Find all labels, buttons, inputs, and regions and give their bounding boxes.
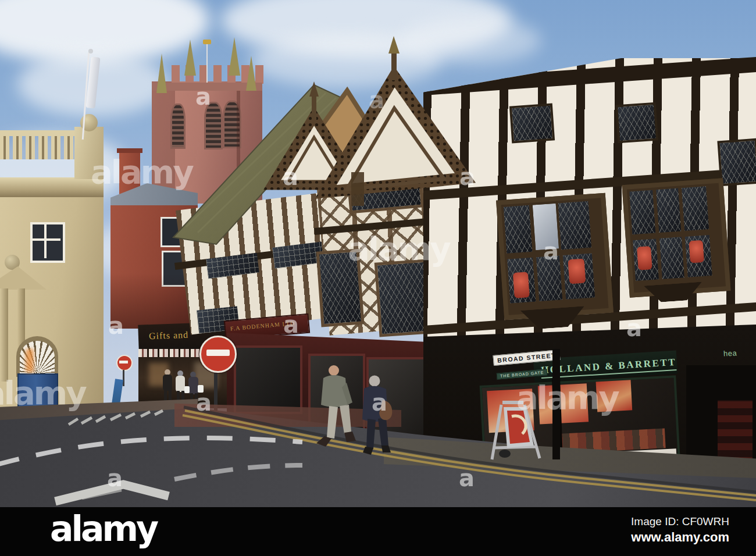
window-glazing-bar bbox=[30, 238, 60, 241]
bell-louvre-window bbox=[170, 104, 186, 149]
leaded-pane bbox=[536, 255, 562, 301]
bell-louvre-window bbox=[204, 102, 223, 149]
chimney-cap bbox=[117, 148, 142, 153]
bodenham-sign-text: F.A BODENHAM LTD bbox=[230, 320, 295, 332]
photograph: Gifts and bbox=[0, 0, 756, 507]
red-lamp bbox=[637, 246, 652, 270]
leaded-pane bbox=[682, 186, 709, 231]
red-lamp bbox=[689, 240, 704, 263]
alamy-logo: alamy bbox=[50, 508, 156, 549]
leaded-pane bbox=[558, 201, 591, 250]
gift-shop-sign: Gifts and bbox=[149, 330, 189, 341]
rear-gable bbox=[300, 91, 388, 156]
promo-poster bbox=[487, 389, 534, 433]
promo-poster bbox=[596, 380, 633, 412]
leaded-pane bbox=[504, 205, 532, 254]
display-window bbox=[366, 357, 427, 441]
alamy-a-watermark: a bbox=[283, 165, 298, 188]
alamy-a-watermark: a bbox=[369, 88, 384, 112]
cloud bbox=[401, 17, 541, 64]
fanlight bbox=[20, 341, 55, 373]
leaded-pane bbox=[659, 237, 684, 279]
oriel-bay-window bbox=[496, 193, 614, 320]
flagpole-finial bbox=[88, 49, 93, 54]
alamy-url-text: www.alamy.com bbox=[631, 530, 729, 545]
red-lamp bbox=[513, 272, 530, 298]
leaded-pane bbox=[656, 188, 681, 233]
red-lamp bbox=[568, 258, 586, 284]
alamy-stock-photo: Gifts and bbox=[0, 0, 756, 556]
display-window bbox=[234, 345, 302, 414]
no-entry-bar bbox=[206, 350, 230, 356]
weathervane-mast bbox=[206, 42, 208, 83]
broad-gate-building: HOLLAND & BARRETT BROAD STREET THE BROAD… bbox=[423, 35, 756, 477]
oriel-window bbox=[346, 163, 424, 214]
church-tower-parapet bbox=[152, 83, 262, 91]
open-casement bbox=[532, 202, 561, 252]
no-entry-bar bbox=[119, 361, 128, 363]
pinnacle-icon bbox=[184, 40, 196, 76]
stone-sash-window bbox=[30, 222, 65, 263]
weathervane-icon bbox=[203, 40, 211, 44]
stone-column bbox=[0, 288, 8, 382]
balustrade-pedestal bbox=[74, 127, 104, 179]
casement-window bbox=[717, 138, 756, 187]
tall-window bbox=[316, 249, 365, 327]
door-glow bbox=[26, 349, 34, 372]
pinnacle-icon bbox=[156, 54, 167, 93]
tower-stair-turret-line bbox=[237, 91, 240, 204]
sign-pole bbox=[123, 370, 124, 386]
health-food-sign: hea bbox=[723, 348, 737, 358]
pinnacle-icon bbox=[229, 37, 240, 76]
oriel-bay-window bbox=[622, 178, 730, 298]
produce-display bbox=[718, 400, 753, 464]
leaded-pane bbox=[629, 190, 655, 235]
casement-window bbox=[509, 103, 555, 143]
image-id-text: Image ID: CF0WRH bbox=[631, 515, 729, 528]
casement-window bbox=[615, 102, 658, 144]
promo-poster bbox=[538, 383, 589, 424]
stone-cornice bbox=[0, 177, 104, 197]
watermark-bar: alamy Image ID: CF0WRH www.alamy.com bbox=[0, 507, 756, 556]
stone-building bbox=[0, 122, 104, 422]
